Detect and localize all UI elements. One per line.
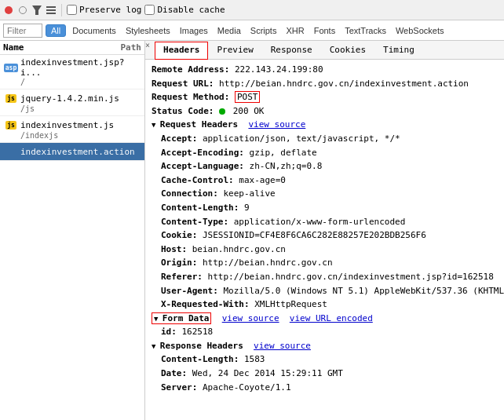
- file-path-text: /js: [20, 104, 140, 113]
- request-headers-label: Request Headers: [152, 119, 238, 130]
- cache-control-label: Cache-Control:: [161, 175, 234, 185]
- response-headers-link[interactable]: view source: [254, 341, 311, 351]
- svg-rect-3: [46, 13, 56, 14]
- resp-date-value: Wed, 24 Dec 2014 15:29:11 GMT: [192, 368, 343, 378]
- filter-websockets-button[interactable]: WebSockets: [393, 25, 447, 36]
- status-code-label: Status Code:: [152, 106, 214, 116]
- js-icon: js: [5, 92, 17, 104]
- content-type-line: Content-Type: application/x-www-form-url…: [161, 215, 498, 229]
- file-name-text: indexinvestment.action: [20, 147, 135, 157]
- disable-cache-checkbox[interactable]: [144, 5, 155, 15]
- xrequested-line: X-Requested-With: XMLHttpRequest: [161, 298, 498, 312]
- tab-timing[interactable]: Timing: [374, 42, 423, 60]
- response-headers-section[interactable]: Response Headers view source: [152, 339, 498, 353]
- connection-label: Connection:: [161, 188, 218, 199]
- tab-cookies[interactable]: Cookies: [321, 42, 374, 60]
- origin-value: http://beian.hndrc.gov.cn: [203, 257, 333, 268]
- form-data-link2[interactable]: view URL encoded: [290, 313, 373, 323]
- filter-stylesheets-button[interactable]: Stylesheets: [122, 25, 173, 36]
- response-headers-label: Response Headers: [152, 341, 243, 351]
- cache-control-line: Cache-Control: max-age=0: [161, 173, 498, 188]
- accept-line: Accept: application/json, text/javascrip…: [161, 132, 498, 146]
- clear-icon[interactable]: [17, 5, 28, 16]
- filter-texttracks-button[interactable]: TextTracks: [341, 25, 389, 36]
- file-path-text: /indexjs: [20, 131, 140, 140]
- useragent-value: Mozilla/5.0 (Windows NT 5.1) AppleWebKit…: [223, 286, 504, 296]
- right-panel: × Headers Preview Response Cookies Timin…: [145, 41, 504, 420]
- status-code-value: 200 OK: [233, 106, 265, 116]
- col-path-header: Path: [121, 42, 142, 53]
- file-name-text: indexinvestment.jsp?i...: [20, 57, 140, 78]
- file-name-row: js indexinvestment.js: [5, 119, 140, 131]
- remote-address-line: Remote Address: 222.143.24.199:80: [152, 63, 498, 77]
- filter-icon[interactable]: [31, 5, 42, 16]
- request-headers-body: Accept: application/json, text/javascrip…: [152, 132, 498, 312]
- disable-cache-label: Disable cache: [157, 5, 225, 15]
- tab-preview[interactable]: Preview: [208, 42, 261, 60]
- file-item[interactable]: js indexinvestment.js /indexjs: [0, 116, 144, 143]
- filter-images-button[interactable]: Images: [177, 25, 211, 36]
- resp-server-label: Server:: [161, 382, 197, 393]
- connection-value: keep-alive: [223, 188, 275, 199]
- origin-line: Origin: http://beian.hndrc.gov.cn: [161, 256, 498, 270]
- accept-encoding-label: Accept-Encoding:: [161, 148, 244, 158]
- response-headers-body: Content-Length: 1583 Date: Wed, 24 Dec 2…: [152, 352, 498, 394]
- stop-icon[interactable]: [3, 5, 14, 16]
- svg-marker-0: [32, 5, 42, 15]
- headers-content: Remote Address: 222.143.24.199:80 Reques…: [145, 60, 504, 420]
- list-icon[interactable]: [46, 5, 57, 16]
- request-headers-section[interactable]: Request Headers view source: [152, 118, 498, 132]
- filter-xhr-button[interactable]: XHR: [283, 25, 307, 36]
- col-name-header: Name: [3, 42, 121, 53]
- form-data-link1[interactable]: view source: [222, 313, 279, 323]
- filter-scripts-button[interactable]: Scripts: [247, 25, 280, 36]
- form-data-label: Form Data: [152, 312, 211, 324]
- file-item-selected[interactable]: indexinvestment.action: [0, 143, 144, 161]
- left-panel: Name Path asp indexinvestment.jsp?i... /…: [0, 41, 145, 420]
- content-type-value: application/x-www-form-urlencoded: [234, 217, 406, 227]
- file-path-text: /: [20, 78, 140, 86]
- form-data-id-label: id:: [161, 327, 177, 337]
- filter-input[interactable]: [3, 24, 42, 38]
- accept-encoding-value: gzip, deflate: [250, 148, 317, 158]
- cache-control-value: max-age=0: [239, 175, 286, 185]
- referer-label: Referer:: [161, 272, 203, 282]
- file-item[interactable]: asp indexinvestment.jsp?i... /: [0, 55, 144, 89]
- resp-content-length-line: Content-Length: 1583: [161, 352, 498, 367]
- host-line: Host: beian.hndrc.gov.cn: [161, 243, 498, 257]
- request-method-label: Request Method:: [152, 92, 229, 102]
- accept-encoding-line: Accept-Encoding: gzip, deflate: [161, 146, 498, 160]
- status-code-line: Status Code: 200 OK: [152, 104, 498, 119]
- resp-content-length-label: Content-Length:: [161, 354, 239, 364]
- action-icon: [5, 145, 17, 158]
- filter-all-button[interactable]: All: [46, 24, 66, 37]
- file-item[interactable]: js jquery-1.4.2.min.js /js: [0, 89, 144, 116]
- remote-address-label: Remote Address:: [152, 64, 229, 75]
- request-url-label: Request URL:: [152, 79, 214, 89]
- form-data-section[interactable]: Form Data view source view URL encoded: [152, 312, 498, 326]
- js-icon: js: [5, 119, 17, 131]
- resp-content-length-value: 1583: [244, 354, 265, 364]
- disable-cache-group: Disable cache: [144, 5, 225, 15]
- resp-server-value: Apache-Coyote/1.1: [203, 382, 291, 393]
- referer-line: Referer: http://beian.hndrc.gov.cn/index…: [161, 270, 498, 284]
- asp-icon: asp: [5, 61, 17, 74]
- tab-headers[interactable]: Headers: [155, 42, 208, 60]
- filter-documents-button[interactable]: Documents: [69, 25, 119, 36]
- tab-close-icon[interactable]: ×: [145, 41, 150, 59]
- tab-response[interactable]: Response: [262, 42, 321, 60]
- filter-bar: All Documents Stylesheets Images Media S…: [0, 20, 504, 41]
- origin-label: Origin:: [161, 257, 197, 268]
- sep-1: [61, 4, 62, 16]
- content-length-value: 9: [244, 203, 250, 213]
- request-url-line: Request URL: http://beian.hndrc.gov.cn/i…: [152, 77, 498, 91]
- filter-media-button[interactable]: Media: [214, 25, 244, 36]
- file-name-row: indexinvestment.action: [5, 145, 140, 158]
- accept-label: Accept:: [161, 133, 197, 144]
- request-headers-link[interactable]: view source: [248, 119, 305, 130]
- preserve-log-label: Preserve log: [79, 5, 141, 15]
- xrequested-label: X-Requested-With:: [161, 299, 250, 309]
- preserve-log-checkbox[interactable]: [67, 5, 77, 15]
- remote-address-value: 222.143.24.199:80: [235, 64, 323, 75]
- filter-fonts-button[interactable]: Fonts: [311, 25, 339, 36]
